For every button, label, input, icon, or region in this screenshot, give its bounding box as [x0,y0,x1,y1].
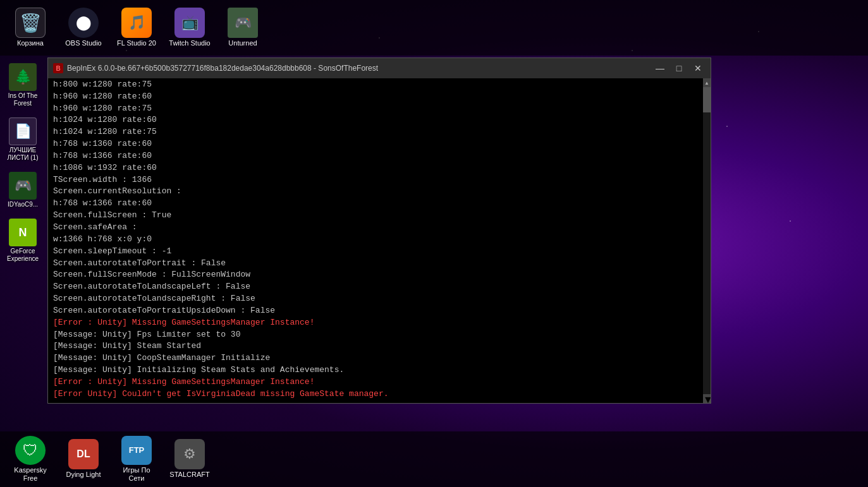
desktop-icon-geforce[interactable]: N GeForceExperience [1,216,44,265]
unturned-icon: 🎮 [228,8,258,38]
console-window: B BepInEx 6.0.0-be.667+6b500b35727716f8b… [47,57,711,404]
sons-forest-icon: 🌲 [9,63,37,91]
taskbar-icon-games[interactable]: FTP Игры ПоСети [111,433,162,485]
console-line: h:768 w:1366 rate:60 [53,198,698,210]
console-line: Screen.autorotateToPortraitUpsideDown : … [53,305,698,317]
console-line: h:800 w:1280 rate:75 [53,79,698,91]
taskbar-top: 🗑️ Корзина ⬤ OBS Studio 🎵 FL Studio 20 📺… [0,0,868,56]
taskbar-icon-stalcraft[interactable]: ⚙ STALCRAFT [164,433,215,485]
close-button[interactable]: ✕ [690,61,706,76]
folder-icon: 📄 [9,117,37,145]
taskbar-icon-trash[interactable]: 🗑️ Корзина [5,2,56,54]
desktop-label-geforce: GeForceExperience [7,248,39,263]
taskbar-label-fl: FL Studio 20 [117,39,156,47]
taskbar-icon-twitch[interactable]: 📺 Twitch Studio [164,2,215,54]
trash-icon: 🗑️ [15,8,46,38]
console-output[interactable]: h:800 w:1280 rate:60 h:800 w:1280 rate:7… [48,78,703,403]
taskbar-label-dyinglight: Dying Light [66,471,101,479]
console-line: h:1086 w:1932 rate:60 [53,162,698,174]
taskbar-bottom: 🛡 KasperskyFree DL Dying Light FTP Игры … [0,431,868,487]
scrollbar-thumb[interactable] [703,87,711,112]
taskbar-label-games: Игры ПоСети [123,466,150,483]
console-line: Screen.fullScreen : True [53,210,698,222]
taskbar-icon-unturned[interactable]: 🎮 Unturned [217,2,268,54]
taskbar-icon-fl[interactable]: 🎵 FL Studio 20 [111,2,162,54]
taskbar-icon-kaspersky[interactable]: 🛡 KasperskyFree [5,433,56,485]
stalcraft-icon: ⚙ [174,439,205,469]
console-title: BepInEx 6.0.0-be.667+6b500b35727716f8ba1… [67,64,649,73]
scrollbar-track[interactable] [703,87,711,394]
console-line: [Message: Unity] Initializing Steam Stat… [53,364,698,376]
geforce-icon: N [9,219,37,246]
console-line: h:1024 w:1280 rate:75 [53,126,698,138]
console-line: h:768 w:1366 rate:60 [53,150,698,162]
desktop-icon-game2[interactable]: 🎮 IDYaoC9... [1,169,44,211]
desktop-icon-folder[interactable]: 📄 ЛУЧШИЕЛИСТИ (1) [1,115,44,164]
console-line: Screen.sleepTimeout : -1 [53,246,698,258]
taskbar-icon-obs[interactable]: ⬤ OBS Studio [58,2,109,54]
console-line: Screen.autorotateToLandscapeRight : Fals… [53,293,698,305]
games-icon: FTP [121,436,152,465]
scrollbar-up[interactable]: ▲ [703,78,711,87]
twitch-icon: 📺 [174,8,205,38]
minimize-button[interactable]: — [652,61,668,76]
taskbar-label-unturned: Unturned [228,39,257,47]
bepinex-icon: B [53,63,63,73]
console-line: [Message: Unity] Steam Started [53,340,698,352]
scrollbar-down[interactable]: ▼ [703,394,711,403]
console-line: [Error Unity] Couldn't get IsVirginiaDea… [53,388,698,400]
desktop-icon-sons-forest[interactable]: 🌲 Ins Of TheForest [1,61,44,110]
console-line: h:960 w:1280 rate:60 [53,91,698,103]
console-line: [Error : Unity] Missing GameSettingsMana… [53,317,698,329]
desktop-icons-left: 🌲 Ins Of TheForest 📄 ЛУЧШИЕЛИСТИ (1) 🎮 I… [0,56,46,431]
console-body: h:800 w:1280 rate:60 h:800 w:1280 rate:7… [48,78,711,403]
taskbar-label-stalcraft: STALCRAFT [169,471,209,479]
taskbar-label-twitch: Twitch Studio [169,39,210,47]
console-line: Screen.fullScreenMode : FullScreenWindow [53,269,698,281]
console-line: Screen.autorotateToPortrait : False [53,258,698,270]
console-line: [Message: Unity] Fps Limiter set to 30 [53,329,698,341]
console-titlebar: B BepInEx 6.0.0-be.667+6b500b35727716f8b… [48,58,711,78]
console-line: TScreen.width : 1366 [53,174,698,186]
console-line: [Message: Unity] CoopSteamManager Initia… [53,352,698,364]
desktop-label-folder: ЛУЧШИЕЛИСТИ (1) [8,147,39,162]
fl-icon: 🎵 [121,8,152,38]
console-line: w:1366 h:768 x:0 y:0 [53,234,698,246]
desktop-label-sons-forest: Ins Of TheForest [8,92,38,107]
console-scrollbar[interactable]: ▲ ▼ [703,78,711,403]
taskbar-label-trash: Корзина [17,39,44,47]
desktop-label-game2: IDYaoC9... [8,201,38,208]
kaspersky-icon: 🛡 [15,436,46,465]
taskbar-icon-dyinglight[interactable]: DL Dying Light [58,433,109,485]
console-line: h:960 w:1280 rate:75 [53,103,698,115]
obs-icon: ⬤ [68,8,99,38]
console-line: h:768 w:1360 rate:60 [53,138,698,150]
console-line: [Error : Unity] Missing GameSettingsMana… [53,376,698,388]
console-line: Screen.autorotateToLandscapeLeft : False [53,281,698,293]
taskbar-label-kaspersky: KasperskyFree [14,466,46,483]
console-line: Screen.safeArea : [53,222,698,234]
dyinglight-icon: DL [68,439,99,469]
console-line: Screen.currentResolution : [53,186,698,198]
console-line: h:1024 w:1280 rate:60 [53,114,698,126]
taskbar-label-obs: OBS Studio [65,39,101,47]
game2-icon: 🎮 [9,172,37,200]
maximize-button[interactable]: □ [671,61,687,76]
